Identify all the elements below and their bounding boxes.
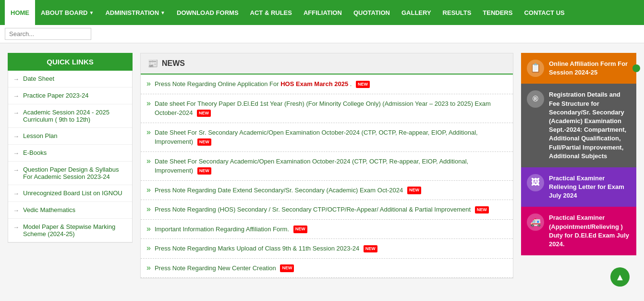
sidebar-item-model[interactable]: → Model Paper & Stepwise Marking Scheme … xyxy=(8,219,132,242)
nav-download[interactable]: DOWNLOAD FORMS xyxy=(171,0,244,25)
news-item-4[interactable]: » Press Note Regarding Date Extend Secon… xyxy=(141,181,513,201)
new-badge: NEW xyxy=(364,245,377,253)
news-item-7[interactable]: » Press Note Regarding Marks Upload of C… xyxy=(141,239,513,259)
news-title: NEWS xyxy=(162,59,185,68)
bullet-icon: » xyxy=(146,128,151,137)
arrow-icon: → xyxy=(13,75,19,83)
affiliation-icon: 📋 xyxy=(527,60,544,77)
admin-dropdown-icon: ▼ xyxy=(160,10,165,15)
card-practical-examiner[interactable]: 🖼 Practical Examiner Relieving Letter fo… xyxy=(521,167,636,207)
new-badge: NEW xyxy=(475,206,489,214)
bullet-icon: » xyxy=(146,225,151,233)
news-item-0[interactable]: » Press Note Regarding Online Applicatio… xyxy=(141,75,513,94)
sidebar-item-vedic[interactable]: → Vedic Mathematics xyxy=(8,202,132,219)
nav-tenders[interactable]: TENDERS xyxy=(477,0,518,25)
new-badge: NEW xyxy=(197,167,211,175)
nav-home[interactable]: HOME xyxy=(5,0,35,25)
sidebar-item-datesheet[interactable]: → Date Sheet xyxy=(8,71,132,88)
new-badge: NEW xyxy=(293,226,307,233)
news-item-3[interactable]: » Date Sheet For Secondary Academic/Open… xyxy=(141,152,513,181)
right-panel: 📋 Online Affiliation Form For Session 20… xyxy=(521,53,636,278)
new-badge: NEW xyxy=(197,110,211,117)
news-text: Important Information Regarding Affiliat… xyxy=(155,225,307,234)
sidebar-item-label: Academic Session 2024 - 2025 Curriculum … xyxy=(23,109,127,123)
sidebar-item-label: Model Paper & Stepwise Marking Scheme (2… xyxy=(23,223,127,238)
nav-results[interactable]: RESULTS xyxy=(437,0,477,25)
news-text: Press Note Regarding Online Application … xyxy=(155,79,370,89)
bullet-icon: » xyxy=(146,205,151,213)
card-label: Online Affiliation Form For Session 2024… xyxy=(549,60,631,77)
card-indicator xyxy=(632,64,640,72)
nav-gallery[interactable]: GALLERY xyxy=(396,0,437,25)
search-bar-row xyxy=(0,25,644,43)
sidebar-list: → Date Sheet → Practice Paper 2023-24 → … xyxy=(8,71,133,243)
sidebar-item-practice[interactable]: → Practice Paper 2023-24 xyxy=(8,88,132,104)
sidebar-item-lesson[interactable]: → Lesson Plan xyxy=(8,128,132,145)
arrow-icon: → xyxy=(13,92,19,100)
sidebar-item-label: Unrecognized Board List on IGNOU xyxy=(23,189,122,197)
about-dropdown-icon: ▼ xyxy=(89,10,94,15)
new-badge: NEW xyxy=(407,187,421,194)
news-item-6[interactable]: » Important Information Regarding Affili… xyxy=(141,220,513,239)
new-badge: NEW xyxy=(356,81,370,88)
sidebar-title: QUICK LINKS xyxy=(8,53,133,71)
card-label: Practical Examiner Relieving Letter for … xyxy=(549,174,631,201)
bullet-icon: » xyxy=(146,244,151,252)
new-badge: NEW xyxy=(280,264,294,272)
arrow-icon: → xyxy=(13,207,19,214)
examiner-icon: 🖼 xyxy=(527,174,544,191)
nav-contact[interactable]: CONTACT US xyxy=(518,0,570,25)
news-text: Date sheet For Theory Paper D.El.Ed 1st … xyxy=(155,99,507,118)
main-container: QUICK LINKS → Date Sheet → Practice Pape… xyxy=(0,43,644,288)
sidebar-item-label: Lesson Plan xyxy=(23,132,58,139)
sidebar-item-ebooks[interactable]: → E-Books xyxy=(8,145,132,162)
sidebar-item-label: Date Sheet xyxy=(23,75,54,82)
bullet-icon: » xyxy=(146,263,151,272)
bullet-icon: » xyxy=(146,157,151,165)
sidebar-item-label: Question Paper Design & Syllabus For Aca… xyxy=(23,166,127,180)
main-nav: HOME ABOUT BOARD ▼ ADMINISTRATION ▼ DOWN… xyxy=(0,0,644,25)
sidebar-item-unrecognized[interactable]: → Unrecognized Board List on IGNOU xyxy=(8,185,132,202)
card-registration[interactable]: ® Registration Details and Fee Structure… xyxy=(521,84,636,167)
bullet-icon: » xyxy=(146,186,151,194)
arrow-icon: → xyxy=(13,109,19,116)
duty-icon: 🚑 xyxy=(527,213,544,231)
news-text: Press Note Regarding Marks Upload of Cla… xyxy=(155,244,377,253)
news-text: Press Note Regarding New Center Creation… xyxy=(155,263,294,273)
nav-admin[interactable]: ADMINISTRATION ▼ xyxy=(99,0,171,25)
news-item-2[interactable]: » Date Sheet For Sr. Secondary Academic/… xyxy=(141,123,513,152)
sidebar-item-academic[interactable]: → Academic Session 2024 - 2025 Curriculu… xyxy=(8,104,132,128)
scroll-top-button[interactable]: ▲ xyxy=(610,267,630,287)
nav-about[interactable]: ABOUT BOARD ▼ xyxy=(35,0,99,25)
sidebar-item-label: Vedic Mathematics xyxy=(23,206,75,213)
news-item-5[interactable]: » Press Note Regarding (HOS) Secondary /… xyxy=(141,200,513,220)
arrow-icon: → xyxy=(13,150,19,157)
news-item-1[interactable]: » Date sheet For Theory Paper D.El.Ed 1s… xyxy=(141,94,513,123)
news-text: Date Sheet For Sr. Secondary Academic/Op… xyxy=(155,128,507,147)
search-input[interactable] xyxy=(5,28,91,40)
news-text: Date Sheet For Secondary Academic/Open E… xyxy=(155,157,507,176)
arrow-icon: → xyxy=(13,133,19,140)
card-label: Registration Details and Fee Structure f… xyxy=(549,90,631,161)
sidebar: QUICK LINKS → Date Sheet → Practice Pape… xyxy=(8,53,133,278)
registration-icon: ® xyxy=(527,90,544,108)
arrow-icon: → xyxy=(13,166,19,174)
new-badge: NEW xyxy=(197,138,211,146)
card-label: Practical Examiner (Appointment/Relievin… xyxy=(549,213,631,249)
bullet-icon: » xyxy=(146,99,151,108)
card-practical-duty[interactable]: 🚑 Practical Examiner (Appointment/Reliev… xyxy=(521,207,636,255)
arrow-icon: → xyxy=(13,224,19,231)
news-item-8[interactable]: » Press Note Regarding New Center Creati… xyxy=(141,259,513,278)
news-header: 📰 NEWS xyxy=(141,53,513,75)
nav-act[interactable]: ACT & RULES xyxy=(244,0,298,25)
sidebar-item-label: Practice Paper 2023-24 xyxy=(23,92,89,99)
news-panel: 📰 NEWS » Press Note Regarding Online App… xyxy=(140,53,513,278)
sidebar-item-question[interactable]: → Question Paper Design & Syllabus For A… xyxy=(8,162,132,185)
nav-quotation[interactable]: QUOTATION xyxy=(348,0,396,25)
news-text: Press Note Regarding Date Extend Seconda… xyxy=(155,186,421,195)
bullet-icon: » xyxy=(146,79,151,88)
sidebar-item-label: E-Books xyxy=(23,149,47,156)
nav-affiliation[interactable]: AFFILIATION xyxy=(298,0,348,25)
card-online-affiliation[interactable]: 📋 Online Affiliation Form For Session 20… xyxy=(521,53,636,84)
arrow-icon: → xyxy=(13,190,19,197)
